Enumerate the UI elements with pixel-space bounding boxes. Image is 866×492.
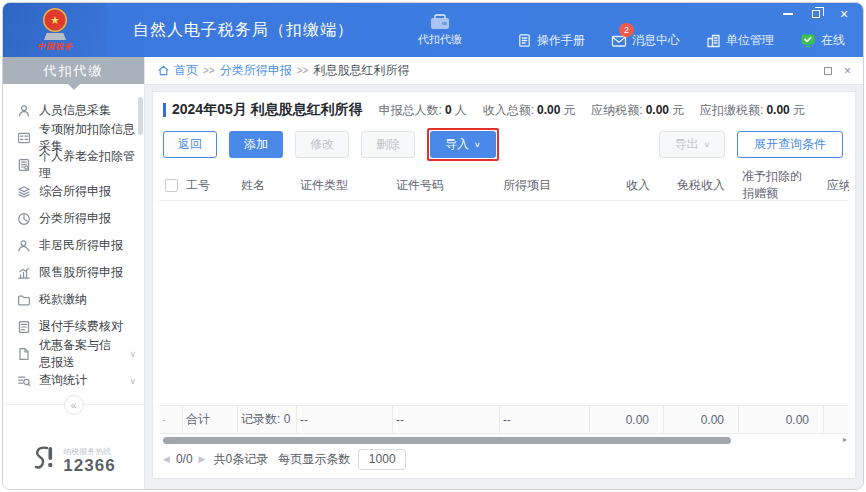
- import-annotation-box: 导入 ∨: [427, 128, 499, 161]
- total-records-text: 共0条记录: [214, 451, 269, 468]
- card-list-icon: [17, 131, 31, 145]
- sidebar-item-label: 优惠备案与信息报送: [39, 337, 121, 371]
- sidebar-divider: «: [3, 404, 144, 405]
- search-stats-icon: [17, 374, 31, 388]
- sidebar-item-classified-income[interactable]: 分类所得申报: [3, 205, 144, 232]
- chevron-down-icon: ∨: [129, 349, 136, 359]
- caret-down-icon: ∨: [703, 141, 710, 149]
- records-table: 工号 姓名 证件类型 证件号码 所得项目 收入 免税收入 准予扣除的捐赠额 应纳…: [159, 170, 849, 474]
- footer-record-count: 记录数: 0: [238, 406, 297, 433]
- stat-value: 0.00: [646, 103, 669, 117]
- horizontal-scrollbar: ▸: [161, 436, 847, 444]
- stat-label: 收入总额:: [483, 103, 534, 117]
- manual-button[interactable]: 操作手册: [517, 32, 585, 49]
- sidebar: 代扣代缴 人员信息采集 专项附加扣除信息采集 个人养老金扣除管理 综合所得申报: [3, 57, 145, 490]
- app-title: 自然人电子税务局（扣缴端）: [133, 20, 354, 41]
- restore-button[interactable]: [809, 8, 823, 20]
- sidebar-title: 代扣代缴: [3, 57, 144, 84]
- add-button[interactable]: 添加: [229, 131, 283, 158]
- sidebar-item-pension-deduction[interactable]: 个人养老金扣除管理: [3, 151, 144, 178]
- online-status[interactable]: 在线: [800, 32, 845, 49]
- sidebar-item-label: 税款缴纳: [39, 291, 87, 308]
- breadcrumb-home[interactable]: 首页: [174, 62, 198, 79]
- online-check-icon: [800, 33, 816, 48]
- back-button[interactable]: 返回: [163, 131, 217, 158]
- national-emblem-icon: ★: [43, 8, 67, 32]
- footer-tax-free-total: 0.00: [664, 406, 739, 433]
- footer-dash: -: [159, 406, 183, 433]
- footer-taxable-total: 0.00: [824, 406, 849, 433]
- message-center-button[interactable]: 2 消息中心: [611, 32, 680, 49]
- content-area: 2024年05月 利息股息红利所得 申报总人数:0人 收入总额:0.00元 应纳…: [145, 85, 863, 490]
- sidebar-scrollbar-thumb[interactable]: [138, 97, 143, 135]
- tax-bureau-logo: ★ 中国税务: [3, 3, 107, 57]
- tab-withholding[interactable]: 代扣代缴: [418, 13, 462, 47]
- prev-page-button[interactable]: ◀: [163, 454, 170, 464]
- table-empty-body: [159, 201, 849, 405]
- panel-close-icon[interactable]: ×: [844, 65, 851, 77]
- hotline-logo: 纳税服务热线 12366: [3, 445, 144, 477]
- sidebar-item-restricted-stock[interactable]: 限售股所得申报: [3, 259, 144, 286]
- select-all-checkbox[interactable]: [165, 179, 178, 192]
- page-size-label: 每页显示条数: [278, 451, 350, 468]
- person-icon: [17, 104, 31, 118]
- delete-button[interactable]: 删除: [361, 131, 415, 158]
- stat-unit: 元: [793, 103, 805, 117]
- sidebar-item-query-statistics[interactable]: 查询统计 ∨: [3, 367, 144, 394]
- export-label: 导出: [674, 136, 698, 153]
- page-size-input[interactable]: [358, 449, 406, 470]
- stat-income-total: 收入总额:0.00元: [483, 102, 576, 119]
- footer-total-label: 合计: [183, 406, 238, 433]
- stat-unit: 元: [563, 103, 575, 117]
- chevron-down-icon: ∨: [129, 376, 136, 386]
- pension-doc-icon: [17, 158, 31, 172]
- close-button[interactable]: ×: [837, 8, 851, 20]
- minimize-button[interactable]: [781, 8, 795, 20]
- toolbar: 返回 添加 修改 删除 导入 ∨ 导出 ∨: [159, 128, 849, 161]
- import-button[interactable]: 导入 ∨: [430, 131, 496, 158]
- col-header-id-number: 证件号码: [393, 170, 500, 200]
- sidebar-item-label: 限售股所得申报: [39, 264, 123, 281]
- collapse-sidebar-button[interactable]: «: [64, 395, 84, 415]
- breadcrumb-classified-income[interactable]: 分类所得申报: [220, 62, 292, 79]
- col-header-income-item: 所得项目: [500, 170, 590, 200]
- hotline-number: 12366: [63, 456, 115, 476]
- online-label: 在线: [821, 32, 845, 49]
- footer-donation-total: 0.00: [739, 406, 824, 433]
- sidebar-item-label: 人员信息采集: [39, 102, 111, 119]
- logo-caption: 中国税务: [37, 41, 73, 52]
- receipt-icon: [17, 320, 31, 334]
- col-header-income: 收入: [590, 170, 664, 200]
- footer-placeholder: --: [393, 406, 500, 433]
- titlebar-actions: 操作手册 2 消息中心 单位管理: [517, 32, 845, 49]
- page-indicator: 0/0: [176, 452, 193, 466]
- sidebar-item-tax-payment[interactable]: 税款缴纳: [3, 286, 144, 313]
- stat-label: 应扣缴税额:: [700, 103, 763, 117]
- sidebar-item-nonresident-income[interactable]: 非居民所得申报: [3, 232, 144, 259]
- caret-down-icon: ∨: [474, 141, 481, 149]
- scroll-right-arrow-icon[interactable]: ▸: [843, 436, 847, 444]
- org-management-label: 单位管理: [726, 32, 774, 49]
- sidebar-item-comprehensive-income[interactable]: 综合所得申报: [3, 178, 144, 205]
- folder-icon: [17, 293, 31, 307]
- stat-label: 申报总人数:: [379, 103, 442, 117]
- stat-value: 0.00: [766, 103, 789, 117]
- panel-maximize-icon[interactable]: [824, 67, 832, 75]
- next-page-button[interactable]: ▶: [199, 454, 206, 464]
- edit-button[interactable]: 修改: [295, 131, 349, 158]
- sidebar-menu: 人员信息采集 专项附加扣除信息采集 个人养老金扣除管理 综合所得申报 分类所得申: [3, 84, 144, 394]
- breadcrumb: 首页 >> 分类所得申报 >> 利息股息红利所得 ×: [145, 57, 863, 85]
- breadcrumb-current: 利息股息红利所得: [313, 62, 409, 79]
- title-accent-bar: [163, 103, 166, 117]
- declaration-panel: 2024年05月 利息股息红利所得 申报总人数:0人 收入总额:0.00元 应纳…: [152, 91, 856, 479]
- horizontal-scrollbar-thumb[interactable]: [163, 437, 731, 444]
- stat-unit: 人: [455, 103, 467, 117]
- stat-unit: 元: [672, 103, 684, 117]
- export-button[interactable]: 导出 ∨: [659, 131, 725, 158]
- expand-query-button[interactable]: 展开查询条件: [737, 131, 843, 158]
- sidebar-item-preference-filing[interactable]: 优惠备案与信息报送 ∨: [3, 340, 144, 367]
- stat-tax-payable: 应纳税额:0.00元: [591, 102, 684, 119]
- hotline-label: 纳税服务热线: [63, 447, 115, 456]
- app-window: × ★ 中国税务 自然人电子税务局（扣缴端） 代扣代缴 操作手册: [2, 2, 864, 490]
- org-management-button[interactable]: 单位管理: [706, 32, 774, 49]
